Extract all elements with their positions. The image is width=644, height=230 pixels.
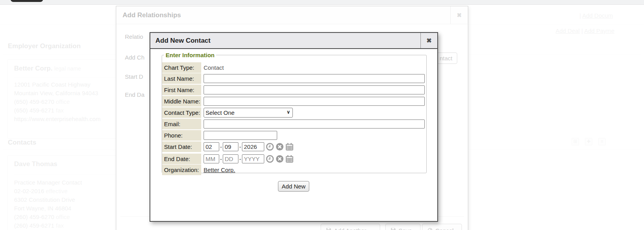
add-new-button[interactable]: Add New (278, 181, 309, 192)
add-new-contact-title: Add New Contact (155, 33, 211, 48)
add-new-contact-header: Add New Contact ✖ (150, 33, 437, 49)
add-new-contact-modal: Add New Contact ✖ Enter Information Char… (150, 32, 438, 222)
calendar-icon[interactable] (285, 143, 294, 151)
browser-tab-fragment (11, 0, 43, 2)
screenshot-root: | Add Docum Add Deal | Add Payme Employe… (0, 0, 644, 230)
middle-name-label: Middle Name: (162, 96, 201, 107)
form-row-email: Email: (162, 119, 426, 129)
start-date-label: Start Date: (162, 141, 201, 152)
contact-type-label: Contact Type: (162, 107, 201, 118)
form-row-phone: Phone: (162, 130, 426, 141)
contact-type-select[interactable]: Select One (204, 108, 293, 118)
middle-name-input[interactable] (204, 97, 425, 106)
email-input[interactable] (204, 120, 425, 129)
chart-type-label: Chart Type: (162, 62, 201, 73)
chart-type-value: Contact (204, 64, 224, 71)
organization-label: Organization: (162, 165, 201, 175)
date-separator: - (239, 143, 241, 150)
end-date-year-input[interactable] (242, 154, 264, 163)
date-separator: - (220, 143, 222, 150)
start-date-month-input[interactable] (204, 142, 219, 151)
browser-strip (0, 0, 644, 5)
phone-input[interactable] (204, 131, 277, 140)
fieldset-legend: Enter Information (164, 52, 216, 58)
clear-date-icon[interactable] (276, 143, 284, 151)
close-icon[interactable]: ✖ (420, 33, 437, 48)
form-row-middle-name: Middle Name: (162, 96, 426, 107)
organization-link[interactable]: Better Corp. (204, 167, 235, 173)
form-row-contact-type: Contact Type: Select One ∨ (162, 107, 426, 118)
first-name-input[interactable] (204, 85, 425, 94)
first-name-label: First Name: (162, 85, 201, 95)
end-date-label: End Date: (162, 154, 201, 164)
form-row-end-date: End Date: - - (162, 154, 426, 164)
clear-date-icon[interactable] (276, 155, 284, 163)
calendar-icon[interactable] (285, 155, 294, 163)
form-row-start-date: Start Date: - - (162, 141, 426, 152)
clock-icon[interactable] (266, 143, 274, 151)
form-row-chart-type: Chart Type: Contact (162, 62, 426, 73)
email-label: Email: (162, 119, 201, 129)
last-name-input[interactable] (204, 74, 425, 83)
start-date-year-input[interactable] (242, 142, 264, 151)
form-row-last-name: Last Name: (162, 73, 426, 84)
date-separator: - (239, 156, 241, 162)
clock-icon[interactable] (266, 155, 274, 163)
form-row-first-name: First Name: (162, 85, 426, 95)
phone-label: Phone: (162, 130, 201, 141)
end-date-day-input[interactable] (223, 154, 238, 163)
end-date-month-input[interactable] (204, 154, 219, 163)
date-separator: - (220, 156, 222, 162)
form-row-organization: Organization: Better Corp. (162, 165, 426, 175)
start-date-day-input[interactable] (223, 142, 238, 151)
last-name-label: Last Name: (162, 73, 201, 84)
